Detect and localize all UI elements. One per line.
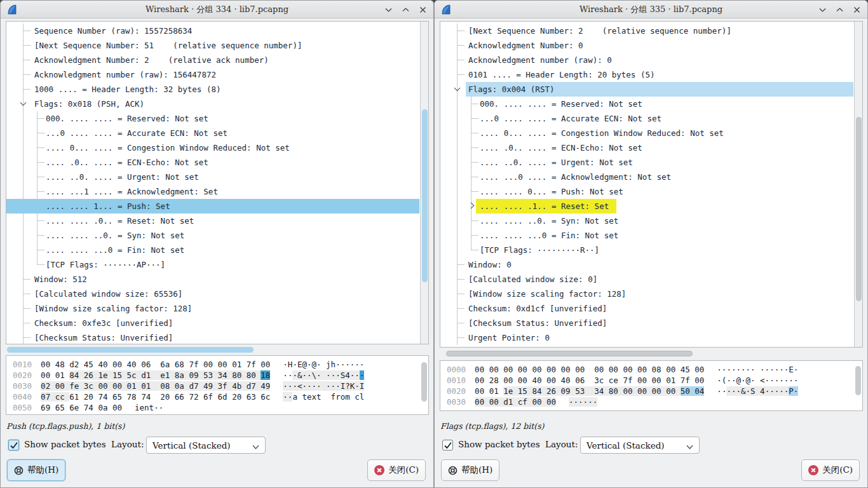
tree-scrollbar-thumb[interactable] [856, 117, 862, 301]
hex-row[interactable]: 005069 65 6e 74 0a 00ient·· [13, 402, 428, 413]
tree-row[interactable]: Acknowledgment number (raw): 0 [440, 53, 853, 67]
tree-row-label: 000. .... .... = Reserved: Not set [46, 111, 208, 126]
tree-row[interactable]: Window: 0 [440, 257, 853, 272]
tree-row-label: Urgent Pointer: 0 [468, 330, 550, 345]
hex-ascii: ········ ······E· [717, 365, 798, 374]
tree-row[interactable]: Checksum: 0xfe3c [unverified] [6, 316, 419, 330]
close-dialog-button[interactable]: 关闭(C) [801, 459, 860, 481]
tree-scrollbar-track[interactable] [854, 22, 862, 347]
tree-row[interactable]: .... ...1 .... = Acknowledgment: Set [6, 184, 419, 199]
close-window-icon[interactable] [418, 5, 427, 14]
close-window-icon[interactable] [852, 5, 861, 14]
tree-row[interactable]: .... .... 1... = Push: Set [6, 199, 419, 214]
chevron-down-icon [686, 442, 694, 452]
tree-row[interactable]: 000. .... .... = Reserved: Not set [6, 111, 419, 126]
tree-row[interactable]: [Checksum Status: Unverified] [440, 316, 853, 330]
tree-row[interactable]: [Calculated window size: 65536] [6, 287, 419, 301]
hex-row[interactable]: 003002 00 fe 3c 00 00 01 01 08 0a d7 49 … [13, 381, 428, 391]
tree-row[interactable]: Window: 512 [6, 272, 419, 287]
tree-row-label: .... .0.. .... = ECN-Echo: Not set [46, 155, 208, 170]
dialog-window-packet-335: Wireshark · 分组 335 · lib7.pcapng [Next S… [434, 0, 868, 488]
tree-row[interactable]: Acknowledgment number (raw): 156447872 [6, 67, 419, 82]
tree-row[interactable]: Acknowledgment Number: 2 (relative ack n… [6, 53, 419, 67]
close-dialog-button[interactable]: 关闭(C) [367, 459, 426, 481]
help-button[interactable]: 帮助(H) [7, 459, 65, 481]
maximize-icon[interactable] [835, 5, 844, 14]
layout-select[interactable]: Vertical (Stacked) [146, 437, 266, 454]
tree-row[interactable]: [TCP Flags: ·······AP···] [6, 257, 419, 272]
tree-row[interactable]: .... .... ..0. = Syn: Not set [6, 228, 419, 243]
tree-row[interactable]: .... .... ...0 = Fin: Not set [440, 228, 853, 243]
hex-row[interactable]: 003000 00 d1 cf 00 00······ [447, 396, 862, 407]
tree-row-label: Flags: 0x018 (PSH, ACK) [34, 97, 144, 111]
tree-row-label: Window: 512 [34, 272, 87, 287]
maximize-icon[interactable] [401, 5, 410, 14]
tree-row[interactable]: Acknowledgment Number: 0 [440, 38, 853, 53]
show-packet-bytes-checkbox[interactable] [8, 440, 19, 451]
layout-label: Layout: [545, 439, 578, 449]
tree-row-label: .... 0... .... = Congestion Window Reduc… [46, 140, 290, 155]
tree-row[interactable]: .... ..0. .... = Urgent: Not set [440, 155, 853, 170]
hex-row[interactable]: 002000 01 84 26 1e 15 5c d1 e1 8a 09 53 … [13, 370, 428, 381]
tree-row[interactable]: ...0 .... .... = Accurate ECN: Not set [6, 126, 419, 140]
hex-row[interactable]: 001000 28 00 00 40 00 40 06 3c ce 7f 00 … [447, 375, 862, 386]
tree-row-label: .... ..0. .... = Urgent: Not set [46, 170, 199, 184]
tree-scrollbar-thumb[interactable] [422, 109, 428, 282]
hex-row[interactable]: 000000 00 00 00 00 00 00 00 00 00 00 00 … [447, 364, 862, 375]
minimize-icon[interactable] [384, 5, 393, 14]
hex-row[interactable]: 001000 48 d2 45 40 00 40 06 6a 68 7f 00 … [13, 359, 428, 370]
layout-select[interactable]: Vertical (Stacked) [580, 437, 700, 454]
tree-row[interactable]: .... .0.. .... = ECN-Echo: Not set [6, 155, 419, 170]
tree-row[interactable]: .... .... .0.. = Reset: Not set [6, 214, 419, 228]
tree-row[interactable]: 0101 .... = Header Length: 20 bytes (5) [440, 67, 853, 82]
expander-collapsed-icon[interactable] [468, 203, 475, 209]
tree-row[interactable]: .... .... 0... = Push: Not set [440, 184, 853, 199]
tree-row[interactable]: [Next Sequence Number: 2 (relative seque… [440, 24, 853, 38]
hex-scrollbar-thumb[interactable] [421, 362, 427, 402]
tree-row-label: Window: 0 [468, 257, 512, 272]
tree-row[interactable]: [Window size scaling factor: 128] [440, 287, 853, 301]
minimize-icon[interactable] [818, 5, 827, 14]
help-button[interactable]: 帮助(H) [441, 459, 499, 481]
tree-row[interactable]: Flags: 0x018 (PSH, ACK) [6, 97, 419, 111]
dialog-window-packet-334: Wireshark · 分组 334 · lib7.pcapng Sequenc… [0, 0, 434, 488]
tree-row[interactable]: Sequence Number (raw): 1557258634 [6, 24, 419, 38]
tree-row[interactable]: .... .0.. .... = ECN-Echo: Not set [440, 140, 853, 155]
titlebar[interactable]: Wireshark · 分组 335 · lib7.pcapng [435, 1, 867, 18]
checkmark-icon [444, 441, 452, 450]
expander-expanded-icon[interactable] [454, 85, 461, 92]
tree-h-scrollbar-thumb[interactable] [446, 351, 693, 356]
show-packet-bytes-checkbox[interactable] [442, 440, 453, 451]
tree-row[interactable]: ...0 .... .... = Accurate ECN: Not set [440, 111, 853, 126]
tree-h-scrollbar[interactable] [6, 346, 429, 354]
hex-scrollbar-thumb[interactable] [855, 366, 861, 395]
tree-row[interactable]: .... 0... .... = Congestion Window Reduc… [440, 126, 853, 140]
tree-row[interactable]: .... ...0 .... = Acknowledgment: Not set [440, 170, 853, 184]
expander-expanded-icon[interactable] [20, 100, 27, 106]
tree-row[interactable]: .... 0... .... = Congestion Window Reduc… [6, 140, 419, 155]
tree-row[interactable]: .... .... ..0. = Syn: Not set [440, 214, 853, 228]
hex-dump-panel: 001000 48 d2 45 40 00 40 06 6a 68 7f 00 … [6, 355, 429, 415]
tree-row-label: .... .... ...0 = Fin: Not set [480, 228, 618, 243]
tree-row[interactable]: .... .... .1.. = Reset: Set [440, 199, 853, 214]
hex-offset: 0050 [13, 403, 32, 412]
titlebar[interactable]: Wireshark · 分组 334 · lib7.pcapng [1, 1, 433, 18]
tree-h-scrollbar[interactable] [440, 349, 863, 358]
tree-row[interactable]: 000. .... .... = Reserved: Not set [440, 97, 853, 111]
tree-row[interactable]: [Window size scaling factor: 128] [6, 301, 419, 316]
tree-row[interactable]: Urgent Pointer: 0 [440, 330, 853, 345]
tree-row[interactable]: [Calculated window size: 0] [440, 272, 853, 287]
tree-scrollbar-track[interactable] [420, 22, 428, 344]
hex-row[interactable]: 004007 cc 61 20 74 65 78 74 20 66 72 6f … [13, 391, 428, 402]
tree-row[interactable]: Flags: 0x004 (RST) [440, 82, 853, 97]
tree-h-scrollbar-thumb[interactable] [7, 347, 254, 353]
tree-row[interactable]: 1000 .... = Header Length: 32 bytes (8) [6, 82, 419, 97]
tree-row[interactable]: [Checksum Status: Unverified] [6, 330, 419, 344]
tree-row[interactable]: [TCP Flags: ·········R··] [440, 243, 853, 257]
tree-row[interactable]: .... .... ...0 = Fin: Not set [6, 243, 419, 257]
tree-row[interactable]: .... ..0. .... = Urgent: Not set [6, 170, 419, 184]
hex-row[interactable]: 002000 01 1e 15 84 26 09 53 34 80 00 00 … [447, 386, 862, 396]
tree-row[interactable]: Checksum: 0xd1cf [unverified] [440, 301, 853, 316]
tree-row[interactable]: [Next Sequence Number: 51 (relative sequ… [6, 38, 419, 53]
hex-bytes: 69 65 6e 74 0a 00 [41, 403, 122, 412]
